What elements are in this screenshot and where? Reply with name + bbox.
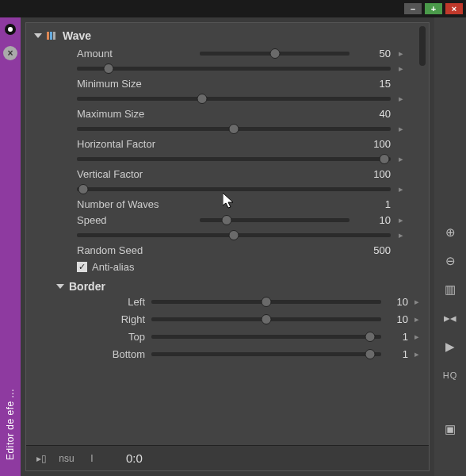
effects-panel: Wave Amount50▸▸Minimum Size15▸Maximum Si… [21,17,434,476]
record-dot-icon[interactable] [5,24,16,35]
keyframe-icon[interactable]: ▸ [395,124,407,134]
loop-icon[interactable]: ▸◂ [441,309,459,327]
scrollbar-thumb[interactable] [419,26,426,66]
checkbox-icon[interactable]: ✓ [77,262,87,272]
window-maximize-button[interactable]: + [425,3,442,14]
anti-alias-row[interactable]: ✓ Anti-alias [77,258,422,275]
param-label: Bottom [101,348,145,360]
param-label: Left [101,296,145,308]
slider-thumb[interactable] [229,230,239,240]
param-value[interactable]: 15 [357,78,391,90]
border-param-row: Top1▸ [101,328,422,345]
param-value[interactable]: 50 [357,48,391,60]
param-slider[interactable] [77,67,391,71]
param-value[interactable]: 100 [357,138,391,150]
text-cursor-icon[interactable]: I [85,453,99,464]
param-value[interactable]: 10 [388,313,408,325]
keyframe-icon[interactable]: ▸ [395,154,407,164]
param-slider[interactable] [151,300,381,304]
section-header-border[interactable]: Border [56,280,422,293]
section-title: Border [69,280,105,293]
slider-thumb[interactable] [262,314,272,324]
param-slider[interactable] [77,157,391,161]
param-value[interactable]: 100 [357,168,391,180]
tab-title-vertical[interactable]: Editor de efe ... [5,389,16,460]
right-tool-strip: ⊕ ⊖ ▥ ▸◂ ▶ HQ ▣ [434,17,466,476]
keyframe-icon[interactable]: ▸ [395,63,407,74]
timecode-display[interactable]: 0:0 [126,451,143,465]
param-label: Maximum Size [77,108,357,120]
param-slider[interactable] [151,352,381,356]
param-slider[interactable] [77,233,391,237]
goto-start-icon[interactable]: ▸▯ [34,453,48,464]
slider-thumb[interactable] [365,332,375,342]
keyframe-icon[interactable]: ▸ [395,48,407,59]
left-tab-strip: × Editor de efe ... [0,17,21,476]
param-label: Random Seed [77,244,357,256]
status-bar: ▸▯ nsu I 0:0 [26,445,429,470]
param-label: Number of Waves [77,198,357,210]
play-icon[interactable]: ▶ [441,338,459,355]
param-label: Speed [77,214,192,226]
param-label: Minimum Size [77,78,357,90]
titlebar: – + × [0,0,466,17]
param-slider[interactable] [77,187,391,191]
window-minimize-button[interactable]: – [404,3,422,14]
slider-thumb[interactable] [380,154,390,164]
param-value[interactable]: 500 [357,244,391,256]
param-slider[interactable] [151,335,381,339]
keyframe-icon[interactable]: ▸ [395,230,407,240]
slider-thumb[interactable] [262,297,272,307]
render-icon[interactable]: ▣ [441,420,459,438]
param-label: Amount [77,48,192,60]
slider-thumb[interactable] [365,349,375,359]
disclosure-triangle-icon[interactable] [56,284,64,289]
border-param-row: Left10▸ [101,293,422,310]
slider-thumb[interactable] [229,124,239,134]
param-label: Right [101,313,145,325]
keyframe-icon[interactable]: ▸ [395,94,407,104]
param-value[interactable]: 10 [357,214,391,226]
keyframe-icon[interactable]: ▸ [395,215,407,225]
keyframe-icon[interactable]: ▸ [395,184,407,194]
layout-icon[interactable]: ▥ [441,281,459,298]
slider-thumb[interactable] [197,94,208,104]
hq-toggle[interactable]: HQ [441,367,459,384]
window-close-button[interactable]: × [445,3,463,14]
param-value[interactable]: 1 [357,198,391,210]
section-header-wave[interactable]: Wave [29,28,422,45]
param-value[interactable]: 1 [388,331,408,343]
tab-close-button[interactable]: × [3,46,17,60]
zoom-in-icon[interactable]: ⊕ [441,224,459,241]
slider-thumb[interactable] [78,184,88,194]
effect-icon [47,32,58,40]
param-value[interactable]: 10 [388,296,408,308]
param-label: Top [101,331,145,343]
param-value[interactable]: 1 [388,348,408,360]
param-value[interactable]: 40 [357,108,391,120]
nsu-label[interactable]: nsu [59,453,74,464]
vertical-scrollbar[interactable] [418,26,427,440]
border-param-row: Bottom1▸ [101,345,422,363]
slider-thumb[interactable] [103,63,113,74]
border-param-row: Right10▸ [101,310,422,328]
disclosure-triangle-icon[interactable] [34,33,42,38]
param-slider[interactable] [77,127,391,131]
param-label: Horizontal Factor [77,138,357,150]
param-slider[interactable] [200,52,350,56]
param-slider[interactable] [151,317,381,321]
param-slider[interactable] [200,218,350,222]
checkbox-label: Anti-alias [92,261,134,273]
param-label: Vertical Factor [77,168,357,180]
section-title: Wave [63,29,91,42]
zoom-out-icon[interactable]: ⊖ [441,252,459,270]
param-slider[interactable] [77,97,391,101]
